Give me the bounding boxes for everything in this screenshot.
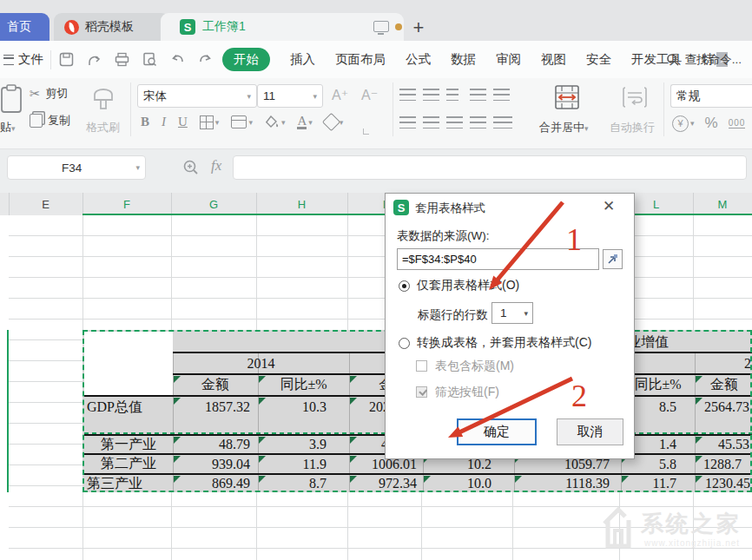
tab-docer-templates[interactable]: 稻壳模板	[54, 13, 169, 41]
presentation-mode-icon[interactable]	[373, 21, 389, 32]
cell-value[interactable]: 45.53	[695, 436, 752, 453]
menu-tab-home[interactable]: 开始	[222, 48, 270, 71]
checkbox-filter-buttons[interactable]	[416, 386, 427, 398]
cell-value[interactable]: 3.9	[258, 436, 349, 453]
column-header-m[interactable]: M	[693, 193, 752, 215]
file-menu[interactable]: 文件	[3, 51, 43, 68]
align-bottom-icon[interactable]	[446, 89, 458, 101]
row-label[interactable]: GDP总值	[84, 397, 173, 418]
paste-button[interactable]: 贴▾	[0, 120, 16, 135]
font-size-select[interactable]: 11 ▾	[257, 84, 323, 108]
cell-value[interactable]: 939.04	[173, 455, 258, 473]
italic-button[interactable]: I	[162, 115, 166, 129]
merge-center-button[interactable]: 合并居中▾	[539, 120, 589, 135]
radio-style-only-label[interactable]: 仅套用表格样式(O)	[417, 278, 519, 293]
format-painter-icon[interactable]	[89, 82, 117, 114]
merge-center-icon[interactable]	[553, 84, 581, 110]
distribute-icon[interactable]	[493, 116, 512, 128]
row-label[interactable]: 第三产业	[84, 475, 173, 492]
grow-font-button[interactable]: A⁺	[332, 87, 348, 103]
cell-value[interactable]: 10.3	[258, 397, 349, 418]
justify-icon[interactable]	[470, 116, 486, 128]
wrap-text-icon[interactable]	[622, 84, 648, 110]
row-label[interactable]: 第一产业	[84, 436, 173, 453]
cell-value[interactable]: 11.7	[621, 475, 695, 492]
menu-tab-page-layout[interactable]: 页面布局	[335, 51, 386, 68]
menu-tab-formulas[interactable]: 公式	[406, 51, 431, 68]
menu-tab-review[interactable]: 审阅	[496, 51, 521, 68]
menu-tab-data[interactable]: 数据	[451, 51, 476, 68]
cell-value[interactable]: 972.34	[349, 475, 423, 492]
cancel-button[interactable]: 取消	[557, 418, 623, 445]
paste-icon[interactable]	[0, 83, 24, 115]
print-preview-icon[interactable]	[142, 51, 158, 68]
name-box[interactable]: F34 ▾	[7, 155, 146, 180]
underline-button[interactable]: U	[178, 115, 188, 129]
zoom-cells-icon[interactable]	[182, 159, 200, 180]
bold-button[interactable]: B	[141, 115, 149, 129]
copy-button[interactable]: 复制	[30, 113, 70, 128]
formula-input[interactable]	[233, 155, 747, 180]
subheader-yoy-h[interactable]: 同比±%	[258, 375, 349, 395]
align-right-icon[interactable]	[446, 116, 463, 128]
radio-style-only[interactable]	[399, 280, 410, 292]
increase-indent-icon[interactable]	[493, 89, 510, 101]
column-header-g[interactable]: G	[171, 193, 256, 215]
checkbox-has-header[interactable]	[416, 360, 427, 372]
radio-convert-table[interactable]	[399, 338, 410, 349]
cell-value[interactable]: 11.9	[258, 455, 349, 473]
shrink-font-button[interactable]: A⁻	[361, 87, 378, 103]
radio-convert-table-label[interactable]: 转换成表格，并套用表格样式(C)	[417, 335, 591, 351]
undo-icon[interactable]	[169, 51, 186, 68]
tab-home[interactable]: 首页	[0, 13, 49, 41]
align-middle-icon[interactable]	[423, 89, 439, 101]
fx-icon[interactable]: fx	[211, 157, 221, 175]
number-format-select[interactable]: 常规	[670, 84, 752, 108]
eraser-button[interactable]: ▾	[325, 115, 344, 128]
cut-button[interactable]: ✂ 剪切	[30, 86, 69, 102]
align-top-icon[interactable]	[399, 89, 416, 101]
menu-tab-security[interactable]: 安全	[586, 51, 611, 68]
redo-icon[interactable]	[197, 51, 214, 68]
cell-value[interactable]: 1857.32	[173, 397, 258, 418]
fill-color-button[interactable]: ▾	[265, 115, 286, 128]
currency-format-button[interactable]: ¥▾	[672, 115, 695, 132]
cell-value[interactable]: 1118.39	[514, 475, 621, 492]
cell-value[interactable]: 10.0	[423, 475, 514, 492]
range-picker-button[interactable]	[603, 249, 623, 269]
format-painter-button[interactable]: 格式刷	[86, 120, 120, 135]
new-tab-button[interactable]: +	[408, 17, 429, 38]
tab-workbook[interactable]: S 工作簿1	[161, 13, 404, 41]
align-left-icon[interactable]	[399, 116, 416, 128]
percent-format-button[interactable]: %	[705, 115, 718, 132]
thousands-format-button[interactable]: 000	[729, 118, 746, 128]
borders-button[interactable]: ▾	[200, 115, 220, 129]
menu-tab-insert[interactable]: 插入	[290, 51, 315, 68]
find-command[interactable]: 查找命令...	[666, 41, 742, 78]
header-rows-select[interactable]: 1 ▾	[491, 302, 533, 324]
align-center-icon[interactable]	[423, 116, 439, 128]
column-header-f[interactable]: F	[82, 193, 171, 215]
close-icon[interactable]: ✕	[603, 197, 615, 215]
save-icon[interactable]	[58, 51, 75, 68]
subheader-amount-m[interactable]: 金额	[695, 375, 752, 395]
column-header-e[interactable]: E	[9, 193, 82, 215]
cell-value-fragment[interactable]: 1288.7	[695, 455, 752, 473]
cell-value[interactable]: 2564.73	[695, 397, 752, 418]
cell-value[interactable]: 869.49	[173, 475, 258, 492]
cell-value[interactable]: 1230.45	[695, 475, 752, 492]
year-2014-cell[interactable]: 2014	[173, 353, 349, 373]
ok-button[interactable]: 确定	[457, 418, 537, 445]
print-icon[interactable]	[114, 51, 130, 68]
font-group-launcher-icon[interactable]	[363, 128, 369, 135]
cell-style-button[interactable]: ▾	[231, 115, 253, 128]
row-label[interactable]: 第二产业	[84, 455, 173, 473]
decrease-indent-icon[interactable]	[470, 89, 486, 101]
export-icon[interactable]	[86, 51, 102, 68]
font-color-button[interactable]: A▾	[297, 115, 312, 129]
font-name-select[interactable]: 宋体 ▾	[137, 84, 257, 108]
cell-value[interactable]: 8.7	[258, 475, 349, 492]
menu-tab-view[interactable]: 视图	[541, 51, 566, 68]
column-header-h[interactable]: H	[256, 193, 347, 215]
source-range-input[interactable]: =$F$34:$P$40	[397, 248, 599, 270]
